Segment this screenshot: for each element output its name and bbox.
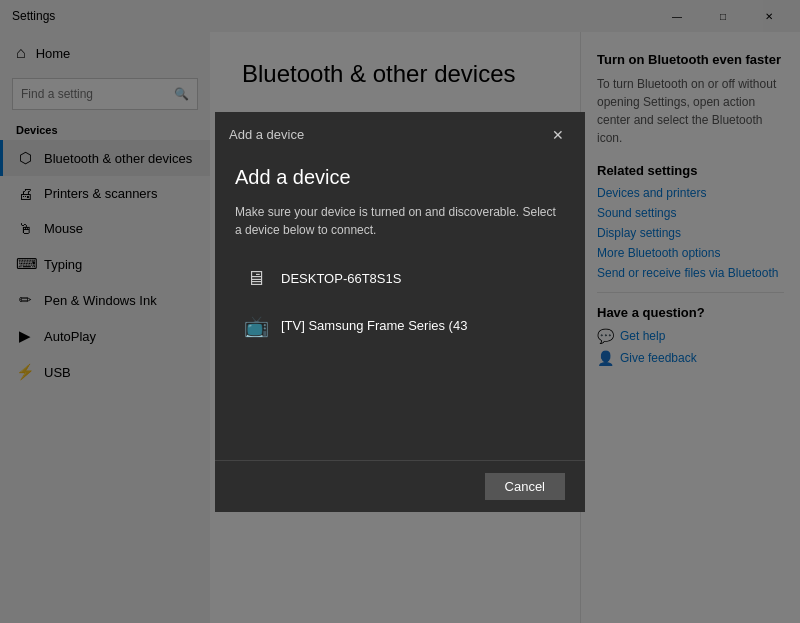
modal-overlay: Add a device ✕ Add a device Make sure yo… xyxy=(0,0,800,623)
add-device-modal: Add a device ✕ Add a device Make sure yo… xyxy=(215,112,585,512)
device-icon-1: 📺 xyxy=(243,314,269,338)
modal-title: Add a device xyxy=(229,127,304,142)
modal-desc: Make sure your device is turned on and d… xyxy=(235,203,565,239)
modal-body: Add a device Make sure your device is tu… xyxy=(215,156,585,460)
device-name-1: [TV] Samsung Frame Series (43 xyxy=(281,318,467,333)
cancel-button[interactable]: Cancel xyxy=(485,473,565,500)
device-item-1[interactable]: 📺 [TV] Samsung Frame Series (43 xyxy=(235,304,565,348)
device-name-0: DESKTOP-66T8S1S xyxy=(281,271,401,286)
modal-close-button[interactable]: ✕ xyxy=(545,122,571,148)
device-icon-0: 🖥 xyxy=(243,267,269,290)
modal-heading: Add a device xyxy=(235,166,565,189)
modal-titlebar: Add a device ✕ xyxy=(215,112,585,156)
modal-footer: Cancel xyxy=(215,460,585,512)
device-item-0[interactable]: 🖥 DESKTOP-66T8S1S xyxy=(235,257,565,300)
